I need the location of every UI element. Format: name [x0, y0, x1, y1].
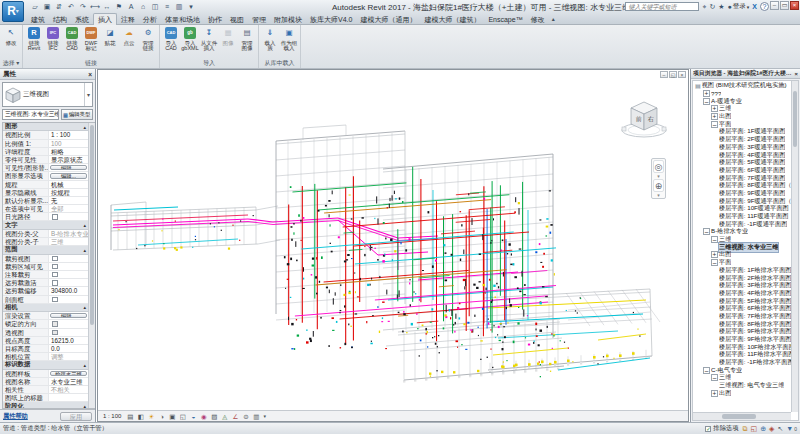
drag-elements-on-selection-icon[interactable]: ↖ [777, 424, 783, 434]
help-icon[interactable]: ? [760, 2, 769, 11]
property-section-图形[interactable]: 图形▴ [3, 123, 88, 131]
browser-tree-item[interactable]: 三维视图: 电气专业三维 [693, 382, 791, 390]
apply-button[interactable]: 应用 [60, 412, 92, 421]
property-checkbox[interactable] [52, 330, 58, 336]
close-button[interactable]: × [790, 1, 799, 10]
property-value[interactable]: 1 : 100 [49, 131, 88, 138]
property-value[interactable]: 按规程 [49, 189, 88, 196]
properties-close-icon[interactable]: × [88, 71, 92, 78]
property-value[interactable]: 机械 [49, 181, 88, 188]
save-icon[interactable]: ▣ [42, 2, 52, 12]
detail-level-icon[interactable]: ▤ [126, 412, 135, 421]
3d-model-view[interactable] [98, 70, 689, 410]
property-value[interactable]: 16215.0 [49, 337, 88, 344]
point-cloud-button[interactable]: ☁点云 [120, 26, 138, 46]
expand-icon[interactable]: + [711, 113, 718, 120]
manage-images-button[interactable]: ▤管理图像 [238, 26, 256, 52]
ribbon-tab-管理[interactable]: 管理 [248, 13, 270, 25]
browser-vertical-scrollbar[interactable] [791, 81, 798, 412]
link-cad-button[interactable]: CAD链接CAD [63, 26, 81, 52]
import-cad-button[interactable]: CAD导入CAD [162, 26, 180, 52]
steering-wheel-icon[interactable]: ◎ [653, 160, 664, 173]
property-value[interactable]: 显示原状态 [49, 156, 88, 163]
reveal-hidden-elements-icon[interactable]: ◉ [199, 412, 208, 421]
property-checkbox[interactable] [52, 214, 58, 220]
property-value[interactable]: 粗略 [49, 148, 88, 155]
sync-with-central-icon[interactable]: ⇵ [54, 2, 64, 12]
property-checkbox[interactable] [52, 264, 58, 270]
drawing-area[interactable]: –◱× 前 右 ◎▾⊕▾ 1 : 100 ▤◧☀◑▣◱◒◉▨◬∠⊝▥ ▾ [97, 69, 689, 422]
text-icon[interactable]: A [126, 2, 136, 12]
nav-more-icon[interactable]: ▾ [653, 174, 664, 178]
browser-tree-item[interactable]: 三维视图: 水专业三维 [693, 243, 791, 251]
property-edit-button[interactable]: 编辑... [50, 165, 87, 170]
property-value[interactable]: 无 [49, 197, 88, 204]
ribbon-tab-体量和场地[interactable]: 体量和场地 [161, 13, 204, 25]
expand-icon[interactable]: + [711, 105, 718, 112]
ribbon-tab-视图[interactable]: 视图 [226, 13, 248, 25]
dwf-markup-button[interactable]: DWFDWF标记 [82, 26, 100, 52]
load-as-group-button[interactable]: ▣作为组载入 [280, 26, 298, 52]
browser-tree-item[interactable]: ▤视图 (BIM技术研究院机电实施) [693, 82, 791, 90]
image-button[interactable]: ▦图像 [219, 26, 237, 46]
select-elements-by-face-icon[interactable]: ◈ [769, 424, 774, 434]
ribbon-tab-注释[interactable]: 注释 [117, 13, 139, 25]
worksharing-display-icon[interactable]: ▥ [252, 412, 261, 421]
select-underlay-elements-icon[interactable]: ◱ [751, 424, 758, 434]
collapse-icon[interactable]: – [711, 374, 718, 381]
property-section-文字[interactable]: 文字▴ [3, 221, 88, 229]
view-cube[interactable]: 前 右 [620, 96, 668, 142]
customize-qat-icon[interactable]: ▾ [186, 2, 196, 12]
expand-icon[interactable]: + [711, 390, 718, 397]
property-value[interactable]: 304800.0 [49, 287, 88, 294]
sun-path-icon[interactable]: ☀ [147, 412, 156, 421]
browser-tree-item[interactable]: +出图 [693, 113, 791, 121]
ribbon-tab-族库大师V4.0[interactable]: 族库大师V4.0 [306, 13, 356, 25]
browser-tree-item[interactable]: +出图 [693, 251, 791, 259]
tag-by-category-icon[interactable]: ⚑ [114, 2, 124, 12]
aligned-dimension-icon[interactable]: ↔ [102, 2, 112, 12]
properties-scrollbar[interactable] [88, 123, 95, 408]
property-section-范围[interactable]: 范围▴ [3, 246, 88, 254]
view-control-more-icon[interactable]: ▾ [262, 412, 267, 421]
expand-icon[interactable]: + [703, 90, 710, 97]
property-section-标识数据[interactable]: 标识数据▴ [3, 361, 88, 369]
property-edit-button[interactable]: 编辑... [50, 313, 87, 318]
import-gbxml-button[interactable]: gb导入gbXML [181, 26, 199, 52]
ribbon-tab-分析[interactable]: 分析 [139, 13, 161, 25]
reveal-constraints-icon[interactable]: ∠ [231, 412, 240, 421]
exclude-options-checkbox[interactable]: ✓ [705, 426, 711, 432]
instance-selector[interactable]: 三维视图: 水专业三维▾ [2, 109, 59, 120]
browser-tree-item[interactable]: +三维 [693, 105, 791, 113]
expand-icon[interactable]: + [711, 251, 718, 258]
property-edit-button[interactable]: 给排水三维 [50, 371, 87, 376]
browser-tree-item[interactable]: –B-给排水专业 [693, 228, 791, 236]
ribbon-minimize-icon[interactable]: ▴ [552, 13, 555, 25]
edit-type-button[interactable]: ▦编辑类型 [61, 109, 93, 120]
restore-window-icon[interactable]: ◱ [669, 71, 677, 78]
scale-button[interactable]: 1 : 100 [100, 412, 124, 420]
ribbon-tab-系统[interactable]: 系统 [71, 13, 93, 25]
collapse-icon[interactable]: – [703, 98, 710, 105]
minimize-button[interactable]: – [770, 1, 779, 10]
communication-center-icon[interactable]: ↻ [709, 2, 715, 11]
property-value[interactable]: 水专业三维 [49, 378, 88, 385]
property-value[interactable]: 0.0 [49, 345, 88, 352]
modify-cursor-button[interactable]: ↖修改 [2, 26, 20, 46]
ribbon-tab-协作[interactable]: 协作 [204, 13, 226, 25]
application-menu-button[interactable]: R▾ [2, 1, 24, 22]
type-selector-arrow-icon[interactable]: ▾ [84, 83, 92, 106]
switch-windows-icon[interactable]: ▥ [174, 2, 184, 12]
temporary-hide-isolate-icon[interactable]: ◒ [189, 412, 198, 421]
property-section-相机[interactable]: 相机▴ [3, 304, 88, 312]
selection-filter-icon[interactable]: ▼ [786, 424, 793, 434]
restore-button[interactable]: ▭ [780, 1, 789, 10]
search-icon[interactable]: ⌖ [702, 2, 706, 11]
ribbon-tab-建模大师（建筑）[interactable]: 建模大师（建筑） [420, 13, 484, 25]
collapse-icon[interactable]: – [703, 228, 710, 235]
favorites-star-icon[interactable]: ★ [718, 2, 724, 11]
manage-links-button[interactable]: ⚙管理链接 [139, 26, 157, 52]
redo-icon[interactable]: ↷ [78, 2, 88, 12]
zoom-icon[interactable]: ⊕ [653, 179, 664, 192]
measure-icon[interactable]: ⟷ [90, 2, 100, 12]
